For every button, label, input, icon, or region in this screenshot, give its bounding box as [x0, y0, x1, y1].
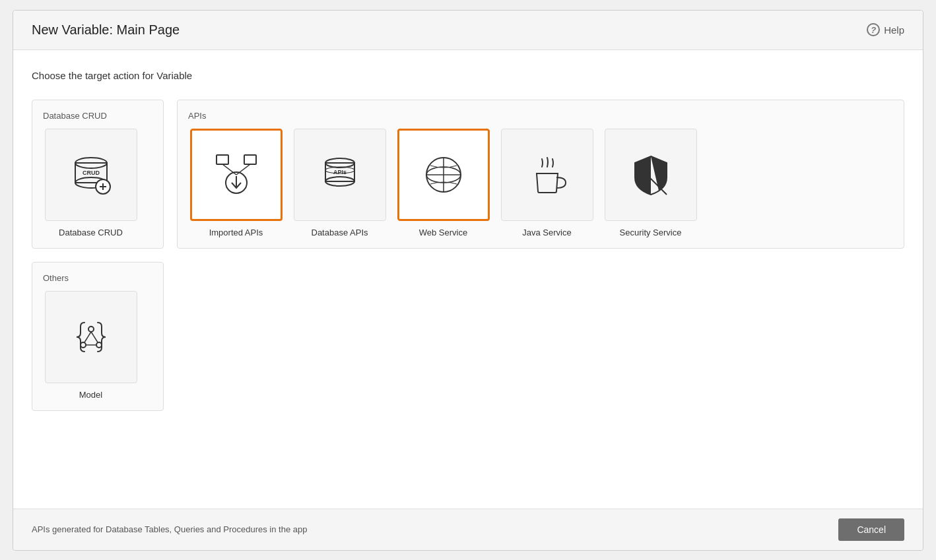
web-service-icon — [417, 148, 470, 201]
model-icon — [65, 311, 117, 363]
sections-row: Database CRUD CRUD — [32, 100, 904, 249]
java-service-icon — [521, 148, 574, 201]
card-imported-apis[interactable]: Imported APIs — [188, 129, 284, 237]
svg-rect-7 — [217, 155, 228, 164]
card-icon-box-database-crud: CRUD — [45, 129, 137, 221]
section-label-apis: APIs — [188, 111, 893, 121]
dialog-header: New Variable: Main Page ? Help — [13, 11, 923, 50]
card-icon-box-java-service — [501, 129, 593, 221]
svg-text:APIs: APIs — [333, 169, 346, 175]
svg-point-23 — [88, 327, 94, 332]
dialog-footer: APIs generated for Database Tables, Quer… — [13, 509, 923, 550]
svg-line-10 — [236, 164, 250, 175]
help-button[interactable]: ? Help — [867, 23, 904, 36]
help-label: Help — [884, 24, 904, 36]
svg-point-25 — [96, 342, 102, 348]
card-web-service[interactable]: Web Service — [395, 129, 491, 237]
imported-apis-icon — [210, 148, 263, 201]
card-label-database-apis: Database APIs — [312, 228, 368, 237]
svg-rect-8 — [244, 155, 256, 164]
card-label-web-service: Web Service — [419, 228, 467, 237]
card-model[interactable]: Model — [43, 291, 139, 400]
database-apis-icon: APIs — [314, 148, 366, 201]
card-icon-box-security-service — [605, 129, 697, 221]
section-database-crud: Database CRUD CRUD — [32, 100, 164, 249]
second-sections-row: Others — [32, 262, 904, 411]
instruction-text: Choose the target action for Variable — [32, 70, 904, 81]
dialog: New Variable: Main Page ? Help Choose th… — [13, 10, 923, 551]
card-label-imported-apis: Imported APIs — [209, 228, 263, 237]
crud-icon: CRUD — [65, 148, 117, 201]
card-icon-box-model — [45, 291, 137, 383]
card-label-security-service: Security Service — [620, 228, 682, 237]
section-others: Others — [32, 262, 164, 411]
card-database-crud[interactable]: CRUD Database CRUD — [43, 129, 139, 237]
cancel-button[interactable]: Cancel — [838, 518, 904, 541]
card-icon-box-database-apis: APIs — [294, 129, 386, 221]
svg-line-9 — [222, 164, 236, 175]
footer-hint: APIs generated for Database Tables, Quer… — [32, 524, 307, 534]
svg-point-24 — [81, 342, 86, 348]
card-label-database-crud: Database CRUD — [59, 228, 123, 237]
items-row-database-crud: CRUD Database CRUD — [43, 129, 152, 237]
security-service-icon — [624, 148, 677, 201]
card-java-service[interactable]: Java Service — [499, 129, 595, 237]
dialog-body: Choose the target action for Variable Da… — [13, 50, 923, 509]
card-security-service[interactable]: Security Service — [603, 129, 698, 237]
help-icon: ? — [867, 23, 880, 36]
items-row-others: Model — [43, 291, 152, 400]
svg-line-26 — [84, 332, 91, 342]
card-label-java-service: Java Service — [522, 228, 571, 237]
svg-line-27 — [91, 332, 98, 342]
card-label-model: Model — [79, 390, 102, 400]
items-row-apis: Imported APIs APIs — [188, 129, 893, 237]
dialog-title: New Variable: Main Page — [32, 22, 180, 38]
section-label-database-crud: Database CRUD — [43, 111, 152, 121]
card-icon-box-web-service — [397, 129, 490, 221]
svg-text:CRUD: CRUD — [83, 170, 100, 176]
card-icon-box-imported-apis — [190, 129, 283, 221]
card-database-apis[interactable]: APIs Database APIs — [292, 129, 387, 237]
section-label-others: Others — [43, 273, 152, 283]
section-apis: APIs — [177, 100, 904, 249]
